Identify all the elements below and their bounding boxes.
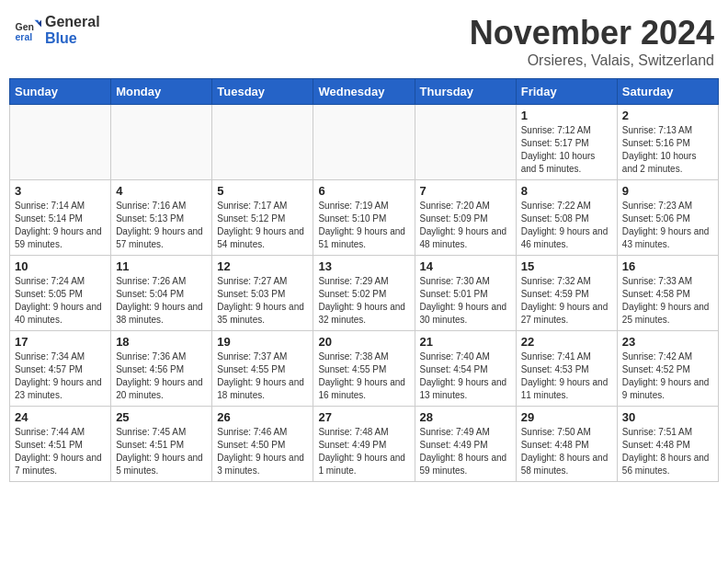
day-info: Sunrise: 7:12 AM Sunset: 5:17 PM Dayligh… [521, 124, 612, 176]
week-row-4: 17Sunrise: 7:34 AM Sunset: 4:57 PM Dayli… [10, 331, 719, 407]
day-cell: 14Sunrise: 7:30 AM Sunset: 5:01 PM Dayli… [415, 256, 516, 331]
day-info: Sunrise: 7:37 AM Sunset: 4:55 PM Dayligh… [217, 350, 308, 402]
day-info: Sunrise: 7:44 AM Sunset: 4:51 PM Dayligh… [15, 426, 106, 477]
day-number: 12 [217, 259, 308, 273]
day-cell: 9Sunrise: 7:23 AM Sunset: 5:06 PM Daylig… [617, 180, 718, 256]
day-cell: 12Sunrise: 7:27 AM Sunset: 5:03 PM Dayli… [212, 256, 313, 331]
day-number: 20 [318, 335, 409, 349]
day-number: 5 [217, 184, 308, 198]
day-number: 14 [420, 259, 511, 273]
title-area: November 2024 Orsieres, Valais, Switzerl… [470, 14, 714, 69]
day-info: Sunrise: 7:34 AM Sunset: 4:57 PM Dayligh… [15, 350, 106, 402]
day-cell: 19Sunrise: 7:37 AM Sunset: 4:55 PM Dayli… [212, 331, 313, 407]
month-title: November 2024 [470, 14, 714, 52]
day-cell [10, 105, 111, 180]
day-cell: 25Sunrise: 7:45 AM Sunset: 4:51 PM Dayli… [111, 407, 212, 482]
day-number: 18 [116, 335, 207, 349]
week-row-3: 10Sunrise: 7:24 AM Sunset: 5:05 PM Dayli… [10, 256, 719, 331]
day-info: Sunrise: 7:42 AM Sunset: 4:52 PM Dayligh… [622, 350, 713, 402]
day-number: 19 [217, 335, 308, 349]
col-header-wednesday: Wednesday [313, 79, 415, 105]
day-number: 22 [521, 335, 612, 349]
day-info: Sunrise: 7:19 AM Sunset: 5:10 PM Dayligh… [318, 200, 409, 251]
day-cell: 27Sunrise: 7:48 AM Sunset: 4:49 PM Dayli… [313, 407, 415, 482]
col-header-thursday: Thursday [415, 79, 516, 105]
day-info: Sunrise: 7:24 AM Sunset: 5:05 PM Dayligh… [15, 275, 106, 327]
day-number: 6 [318, 184, 409, 198]
day-cell: 6Sunrise: 7:19 AM Sunset: 5:10 PM Daylig… [313, 180, 415, 256]
day-info: Sunrise: 7:29 AM Sunset: 5:02 PM Dayligh… [318, 275, 409, 327]
day-cell: 2Sunrise: 7:13 AM Sunset: 5:16 PM Daylig… [617, 105, 718, 180]
day-cell [212, 105, 313, 180]
logo: Gen eral General Blue [14, 14, 100, 46]
day-number: 15 [521, 259, 612, 273]
day-info: Sunrise: 7:17 AM Sunset: 5:12 PM Dayligh… [217, 200, 308, 251]
day-info: Sunrise: 7:30 AM Sunset: 5:01 PM Dayligh… [420, 275, 511, 327]
day-number: 10 [15, 259, 106, 273]
week-row-5: 24Sunrise: 7:44 AM Sunset: 4:51 PM Dayli… [10, 407, 719, 482]
col-header-monday: Monday [111, 79, 212, 105]
day-cell: 8Sunrise: 7:22 AM Sunset: 5:08 PM Daylig… [516, 180, 617, 256]
day-number: 7 [420, 184, 511, 198]
logo-icon: Gen eral [14, 17, 41, 44]
day-info: Sunrise: 7:33 AM Sunset: 4:58 PM Dayligh… [622, 275, 713, 327]
location-title: Orsieres, Valais, Switzerland [470, 52, 714, 69]
day-cell: 15Sunrise: 7:32 AM Sunset: 4:59 PM Dayli… [516, 256, 617, 331]
day-cell: 26Sunrise: 7:46 AM Sunset: 4:50 PM Dayli… [212, 407, 313, 482]
day-cell: 5Sunrise: 7:17 AM Sunset: 5:12 PM Daylig… [212, 180, 313, 256]
day-info: Sunrise: 7:41 AM Sunset: 4:53 PM Dayligh… [521, 350, 612, 402]
day-cell: 1Sunrise: 7:12 AM Sunset: 5:17 PM Daylig… [516, 105, 617, 180]
day-info: Sunrise: 7:27 AM Sunset: 5:03 PM Dayligh… [217, 275, 308, 327]
week-row-1: 1Sunrise: 7:12 AM Sunset: 5:17 PM Daylig… [10, 105, 719, 180]
day-info: Sunrise: 7:38 AM Sunset: 4:55 PM Dayligh… [318, 350, 409, 402]
day-info: Sunrise: 7:36 AM Sunset: 4:56 PM Dayligh… [116, 350, 207, 402]
day-number: 8 [521, 184, 612, 198]
day-cell: 20Sunrise: 7:38 AM Sunset: 4:55 PM Dayli… [313, 331, 415, 407]
day-cell: 13Sunrise: 7:29 AM Sunset: 5:02 PM Dayli… [313, 256, 415, 331]
day-info: Sunrise: 7:46 AM Sunset: 4:50 PM Dayligh… [217, 426, 308, 477]
day-number: 3 [15, 184, 106, 198]
day-number: 2 [622, 109, 713, 122]
day-number: 25 [116, 410, 207, 424]
svg-text:eral: eral [16, 30, 33, 41]
day-cell [111, 105, 212, 180]
col-header-tuesday: Tuesday [212, 79, 313, 105]
day-number: 9 [622, 184, 713, 198]
day-number: 1 [521, 109, 612, 122]
calendar-table: SundayMondayTuesdayWednesdayThursdayFrid… [9, 78, 719, 482]
day-cell: 3Sunrise: 7:14 AM Sunset: 5:14 PM Daylig… [10, 180, 111, 256]
day-info: Sunrise: 7:32 AM Sunset: 4:59 PM Dayligh… [521, 275, 612, 327]
day-number: 4 [116, 184, 207, 198]
day-number: 26 [217, 410, 308, 424]
day-number: 11 [116, 259, 207, 273]
day-number: 30 [622, 410, 713, 424]
day-cell [415, 105, 516, 180]
day-cell: 30Sunrise: 7:51 AM Sunset: 4:48 PM Dayli… [617, 407, 718, 482]
day-info: Sunrise: 7:16 AM Sunset: 5:13 PM Dayligh… [116, 200, 207, 251]
day-info: Sunrise: 7:22 AM Sunset: 5:08 PM Dayligh… [521, 200, 612, 251]
day-number: 24 [15, 410, 106, 424]
day-cell: 17Sunrise: 7:34 AM Sunset: 4:57 PM Dayli… [10, 331, 111, 407]
day-cell: 18Sunrise: 7:36 AM Sunset: 4:56 PM Dayli… [111, 331, 212, 407]
day-number: 29 [521, 410, 612, 424]
day-info: Sunrise: 7:48 AM Sunset: 4:49 PM Dayligh… [318, 426, 409, 477]
col-header-friday: Friday [516, 79, 617, 105]
day-info: Sunrise: 7:13 AM Sunset: 5:16 PM Dayligh… [622, 124, 713, 176]
page-header: Gen eral General Blue November 2024 Orsi… [9, 9, 719, 69]
day-info: Sunrise: 7:20 AM Sunset: 5:09 PM Dayligh… [420, 200, 511, 251]
day-number: 17 [15, 335, 106, 349]
day-cell: 29Sunrise: 7:50 AM Sunset: 4:48 PM Dayli… [516, 407, 617, 482]
day-cell: 22Sunrise: 7:41 AM Sunset: 4:53 PM Dayli… [516, 331, 617, 407]
col-header-saturday: Saturday [617, 79, 718, 105]
day-info: Sunrise: 7:51 AM Sunset: 4:48 PM Dayligh… [622, 426, 713, 477]
col-header-sunday: Sunday [10, 79, 111, 105]
day-cell: 16Sunrise: 7:33 AM Sunset: 4:58 PM Dayli… [617, 256, 718, 331]
day-cell: 21Sunrise: 7:40 AM Sunset: 4:54 PM Dayli… [415, 331, 516, 407]
logo-text: General Blue [45, 14, 100, 46]
day-info: Sunrise: 7:40 AM Sunset: 4:54 PM Dayligh… [420, 350, 511, 402]
day-number: 21 [420, 335, 511, 349]
day-cell: 7Sunrise: 7:20 AM Sunset: 5:09 PM Daylig… [415, 180, 516, 256]
day-cell: 28Sunrise: 7:49 AM Sunset: 4:49 PM Dayli… [415, 407, 516, 482]
logo-general: General [45, 14, 100, 30]
day-number: 16 [622, 259, 713, 273]
